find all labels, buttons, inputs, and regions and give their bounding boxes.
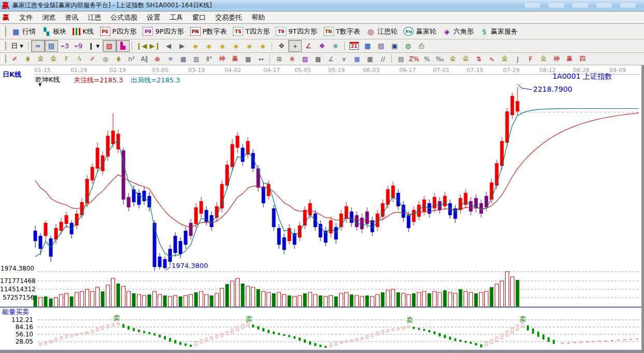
tool-kxian-button[interactable]: K线 [69,25,97,38]
tool-liujiaoxing-button[interactable]: ◈六角形 [439,25,477,38]
draw-tool-41-button[interactable]: F [524,53,537,64]
draw-tool-9-button[interactable]: n² [125,53,138,64]
chart-region[interactable]: 01-1501-2902-1903-0503-1904-0204-1705-05… [0,65,644,350]
tool-p-sifangxing-button[interactable]: PSP四方形 [97,25,140,38]
zoom-h-button[interactable]: ◈ [216,40,229,52]
next-page-button[interactable]: ▶ [175,40,189,52]
draw-tool-4-button[interactable]: F [60,53,73,64]
draw-tool-24-button[interactable]: ▩ [312,53,325,64]
draw-tool-16-button[interactable]: 神 [216,53,229,64]
draw-tool-32-button[interactable]: Z% [408,53,421,64]
draw-tool-17-button[interactable]: 赢 [229,53,242,64]
notes-button[interactable]: ▤ [374,40,388,52]
chart-canvas[interactable]: 01-1501-2902-1903-0503-1904-0204-1705-05… [0,65,644,350]
draw-tool-37-button[interactable]: ⇅ [472,53,485,64]
gann-tool-button[interactable]: ❖ [315,40,329,52]
menu-item-设置[interactable]: 设置 [142,12,165,23]
menu-item-公式选股[interactable]: 公式选股 [106,12,142,23]
tool-t-shuzibiao-button[interactable]: TNT数字表 [320,25,363,38]
tool-hangqing-button[interactable]: ▦行情 [8,25,39,38]
draw-tool-38-button[interactable]: ∿ [485,53,498,64]
draw-tool-36-button[interactable]: 金 [459,53,472,64]
draw-tool-21-button[interactable]: ⊞ [273,53,286,64]
draw-tool-28-button[interactable]: ▦ [363,53,376,64]
map-red-button[interactable]: ▧ [103,40,116,52]
save-button[interactable]: ▣ [388,40,401,52]
wave-chart-button[interactable]: ≈ [31,40,45,52]
prev-page-button[interactable]: ◀ [162,40,175,52]
tool-9p-sifangxing-button[interactable]: P99P四方形 [139,25,187,38]
calculator-button[interactable]: ▦ [361,40,374,52]
toolbar-grip[interactable] [2,26,6,36]
zoom-right-button[interactable]: ◈ [202,40,216,52]
draw-tool-25-button[interactable]: ∠ [325,53,338,64]
draw-tool-43-button[interactable]: 神 [550,53,563,64]
step9-chart-button[interactable]: ⌁9 [72,40,85,52]
draw-tool-44-button[interactable]: 赢 [563,53,576,64]
draw-tool-0-button[interactable]: ✐ [8,53,21,64]
draw-tool-31-button[interactable]: ▤ [395,53,408,64]
menu-item-资讯[interactable]: 资讯 [60,12,83,23]
draw-tool-27-button[interactable]: ▦ [351,53,363,64]
menu-item-江恩[interactable]: 江恩 [83,12,106,23]
draw-tool-39-button[interactable]: 金 [498,53,511,64]
draw-tool-10-button[interactable]: A‖ [138,53,151,64]
calendar-21-button[interactable]: 21 [347,40,361,52]
draw-tool-15-button[interactable]: Ⅱ" [203,53,216,64]
first-page-button[interactable]: ❙◀ [135,40,148,52]
tool-9t-sifangxing-button[interactable]: T99T四方形 [273,25,320,38]
toolbar-grip[interactable] [2,41,6,51]
draw-tool-33-button[interactable]: % [421,53,433,64]
menu-item-浏览[interactable]: 浏览 [37,12,60,23]
draw-tool-29-button[interactable]: ∕∕ [376,53,389,64]
last-page-button[interactable]: ▶❙ [148,40,162,52]
zoom-out-button[interactable]: ◈ [243,40,256,52]
menu-item-窗口[interactable]: 窗口 [188,12,211,23]
tool-jiangenlun-button[interactable]: ◎江恩轮 [363,25,400,38]
draw-tool-7-button[interactable]: ◎ [99,53,112,64]
draw-tool-19-button[interactable]: ↔ [255,53,268,64]
draw-tool-12-button[interactable]: ✳ [164,53,177,64]
draw-tool-35-button[interactable]: 金 [446,53,459,64]
draw-tool-26-button[interactable]: ∨ [338,53,351,64]
draw-tool-34-button[interactable]: ‰ [433,53,446,64]
draw-tool-18-button[interactable]: ▦ [242,53,255,64]
step3-chart-button[interactable]: ⌁3 [58,40,72,52]
tool-fuwu-button[interactable]: $赢家服务 [477,25,521,38]
draw-tool-42-button[interactable]: 金 [537,53,550,64]
pan-hand-button[interactable]: ✥ [275,40,288,52]
toolbar-grip[interactable] [2,54,6,63]
indicator-name-label[interactable]: 能量买卖 [2,307,29,317]
draw-tool-2-button[interactable]: 金 [34,53,47,64]
menu-item-帮助[interactable]: 帮助 [247,12,270,23]
panel-tab-daily-kline[interactable]: 日K线 [3,70,21,79]
draw-tool-8-button[interactable]: ⋕ [112,53,125,64]
draw-tool-6-button[interactable]: ✐ [86,53,99,64]
tool-bankuai-button[interactable]: ▚板块 [39,25,69,38]
menu-item-工具[interactable]: 工具 [165,12,188,23]
save-web-button[interactable]: ◍ [401,40,415,52]
tool-yingjialun-button[interactable]: Big赢家轮 [400,25,439,38]
draw-tool-5-button[interactable]: ϟ [73,53,86,64]
kline-type-dropdown-icon[interactable]: ▼ [38,82,41,87]
print-button[interactable]: ⎙ [415,40,428,52]
draw-tool-3-button[interactable]: 金 [47,53,60,64]
draw-tool-13-button[interactable]: ▦ [177,53,190,64]
zoom-in-button[interactable]: ◈ [229,40,243,52]
zoom-fit-button[interactable]: ◈ [256,40,270,52]
zoom-left-button[interactable]: ◈ [189,40,202,52]
angle-measure-button[interactable]: ∠ [302,40,315,52]
histogram-button[interactable]: ▙ [116,40,130,52]
draw-tool-45-button[interactable]: 四 [576,53,589,64]
period-day-button[interactable]: 日 ▾ [8,40,26,52]
draw-tool-40-button[interactable]: J [511,53,524,64]
draw-tool-14-button[interactable]: ▥ [190,53,203,64]
candle-style-button[interactable]: ❙ ▾ [85,40,103,52]
tool-p-shuzibiao-button[interactable]: PNP数字表 [187,25,230,38]
crosshair-button[interactable]: ＋ [288,40,302,52]
draw-tool-22-button[interactable]: ※ [286,53,299,64]
tool-t-sifangxing-button[interactable]: TST四方形 [230,25,273,38]
menu-item-文件[interactable]: 文件 [15,12,37,23]
draw-tool-11-button[interactable]: ⊕ [151,53,164,64]
draw-tool-23-button[interactable]: ▨ [299,53,312,64]
